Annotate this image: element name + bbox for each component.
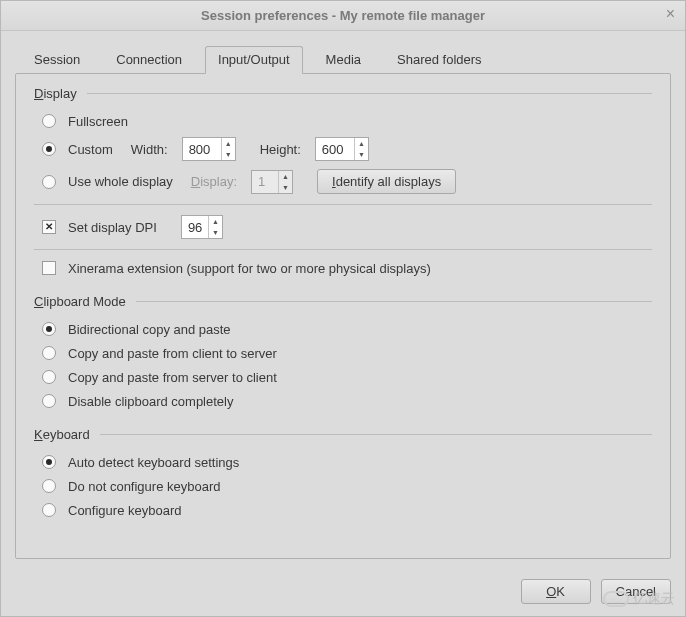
- tab-session[interactable]: Session: [21, 46, 93, 74]
- row-kb-auto[interactable]: Auto detect keyboard settings: [34, 450, 652, 474]
- width-input[interactable]: [183, 138, 221, 160]
- width-label: Width:: [131, 142, 168, 157]
- group-display: Display Fullscreen Custom Width: ▲▼ Heig…: [34, 86, 652, 280]
- width-spinner[interactable]: ▲▼: [182, 137, 236, 161]
- height-up-icon[interactable]: ▲: [355, 138, 368, 149]
- tab-connection[interactable]: Connection: [103, 46, 195, 74]
- xinerama-label: Xinerama extension (support for two or m…: [68, 261, 431, 276]
- group-display-title: Display: [34, 86, 652, 101]
- radio-kb-config[interactable]: [42, 503, 56, 517]
- display-up-icon: ▲: [279, 171, 292, 182]
- group-clipboard-title: Clipboard Mode: [34, 294, 652, 309]
- group-keyboard: Keyboard Auto detect keyboard settings D…: [34, 427, 652, 522]
- fullscreen-label: Fullscreen: [68, 114, 128, 129]
- watermark: 亿速云: [603, 590, 675, 608]
- width-down-icon[interactable]: ▼: [222, 149, 235, 160]
- radio-fullscreen[interactable]: [42, 114, 56, 128]
- height-input[interactable]: [316, 138, 354, 160]
- dialog-footer: OK Cancel: [1, 569, 685, 616]
- height-spinner[interactable]: ▲▼: [315, 137, 369, 161]
- tab-pane-input-output: Display Fullscreen Custom Width: ▲▼ Heig…: [15, 73, 671, 559]
- checkbox-xinerama[interactable]: [42, 261, 56, 275]
- kb-config-label: Configure keyboard: [68, 503, 181, 518]
- tab-media[interactable]: Media: [313, 46, 374, 74]
- tab-bar: Session Connection Input/Output Media Sh…: [15, 46, 671, 74]
- row-clip-bidir[interactable]: Bidirectional copy and paste: [34, 317, 652, 341]
- row-use-whole-display[interactable]: Use whole display Display: ▲▼ Identify a…: [34, 165, 652, 198]
- radio-clip-bidir[interactable]: [42, 322, 56, 336]
- identify-displays-button[interactable]: Identify all displays: [317, 169, 456, 194]
- watermark-text: 亿速云: [633, 590, 675, 608]
- tab-shared-folders[interactable]: Shared folders: [384, 46, 495, 74]
- cloud-icon: [603, 591, 629, 607]
- clip-c2s-label: Copy and paste from client to server: [68, 346, 277, 361]
- row-custom[interactable]: Custom Width: ▲▼ Height: ▲▼: [34, 133, 652, 165]
- tab-input-output[interactable]: Input/Output: [205, 46, 303, 74]
- height-label: Height:: [260, 142, 301, 157]
- group-clipboard: Clipboard Mode Bidirectional copy and pa…: [34, 294, 652, 413]
- checkbox-set-dpi[interactable]: [42, 220, 56, 234]
- dpi-down-icon[interactable]: ▼: [209, 227, 222, 238]
- display-spinner: ▲▼: [251, 170, 293, 194]
- display-input: [252, 171, 278, 193]
- display-selector-label: Display:: [191, 174, 237, 189]
- radio-kb-none[interactable]: [42, 479, 56, 493]
- row-set-dpi[interactable]: Set display DPI ▲▼: [34, 211, 652, 243]
- row-kb-config[interactable]: Configure keyboard: [34, 498, 652, 522]
- separator: [34, 204, 652, 205]
- radio-kb-auto[interactable]: [42, 455, 56, 469]
- clip-bidir-label: Bidirectional copy and paste: [68, 322, 231, 337]
- dpi-up-icon[interactable]: ▲: [209, 216, 222, 227]
- display-down-icon: ▼: [279, 182, 292, 193]
- set-dpi-label: Set display DPI: [68, 220, 157, 235]
- radio-clip-s2c[interactable]: [42, 370, 56, 384]
- row-clip-s2c[interactable]: Copy and paste from server to client: [34, 365, 652, 389]
- clip-disable-label: Disable clipboard completely: [68, 394, 233, 409]
- session-preferences-window: Session preferences - My remote file man…: [0, 0, 686, 617]
- use-whole-display-label: Use whole display: [68, 174, 173, 189]
- clip-s2c-label: Copy and paste from server to client: [68, 370, 277, 385]
- window-title: Session preferences - My remote file man…: [201, 8, 485, 23]
- height-down-icon[interactable]: ▼: [355, 149, 368, 160]
- row-clip-disable[interactable]: Disable clipboard completely: [34, 389, 652, 413]
- radio-clip-disable[interactable]: [42, 394, 56, 408]
- display-accel: D: [34, 86, 43, 101]
- row-fullscreen[interactable]: Fullscreen: [34, 109, 652, 133]
- separator: [34, 249, 652, 250]
- width-up-icon[interactable]: ▲: [222, 138, 235, 149]
- dpi-input[interactable]: [182, 216, 208, 238]
- radio-clip-c2s[interactable]: [42, 346, 56, 360]
- radio-custom[interactable]: [42, 142, 56, 156]
- dpi-spinner[interactable]: ▲▼: [181, 215, 223, 239]
- titlebar: Session preferences - My remote file man…: [1, 1, 685, 31]
- radio-use-whole-display[interactable]: [42, 175, 56, 189]
- kb-none-label: Do not configure keyboard: [68, 479, 220, 494]
- group-keyboard-title: Keyboard: [34, 427, 652, 442]
- close-icon[interactable]: ×: [666, 6, 675, 22]
- row-kb-none[interactable]: Do not configure keyboard: [34, 474, 652, 498]
- custom-label: Custom: [68, 142, 113, 157]
- row-clip-c2s[interactable]: Copy and paste from client to server: [34, 341, 652, 365]
- ok-button[interactable]: OK: [521, 579, 591, 604]
- row-xinerama[interactable]: Xinerama extension (support for two or m…: [34, 256, 652, 280]
- kb-auto-label: Auto detect keyboard settings: [68, 455, 239, 470]
